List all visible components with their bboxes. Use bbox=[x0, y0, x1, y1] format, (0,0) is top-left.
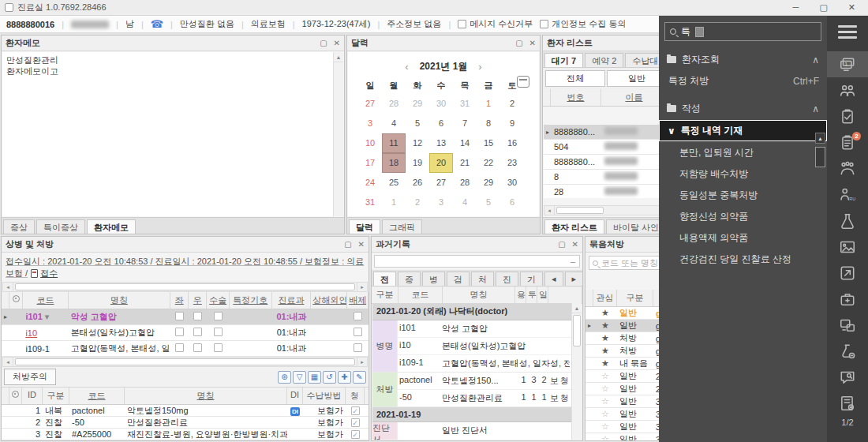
calendar-day[interactable]: 17 bbox=[358, 153, 382, 173]
minimize-button[interactable]: ─ bbox=[793, 2, 799, 13]
favorite-star-icon[interactable]: ★ bbox=[593, 357, 617, 370]
checkbox[interactable] bbox=[193, 312, 202, 320]
close-button[interactable]: ✕ bbox=[848, 2, 855, 13]
flask-tag-icon[interactable] bbox=[827, 338, 868, 364]
favorite-star-icon[interactable]: ★ bbox=[593, 306, 617, 320]
rx-row[interactable]: ▸4수납없음 bbox=[2, 440, 369, 441]
history-tab-2[interactable]: 병명 bbox=[422, 272, 445, 286]
rx-col-header[interactable]: 구분 bbox=[43, 388, 69, 404]
sidebar-section-patient-lookup[interactable]: 환자조회 ∧ bbox=[659, 49, 827, 70]
calendar-close-icon[interactable]: ✕ bbox=[529, 39, 536, 47]
favorite-star-icon[interactable]: ☆ bbox=[593, 407, 617, 421]
history-filter-combobox[interactable]: – bbox=[374, 255, 580, 268]
history-col-header[interactable]: 코드 bbox=[398, 287, 443, 303]
calendar-day[interactable]: 3 bbox=[429, 193, 453, 212]
calendar-tab-0[interactable]: 달력 bbox=[349, 219, 380, 234]
history-row[interactable]: i109-1고혈압(동맥성, 본태성, 일자성, 전신) bbox=[398, 355, 571, 372]
calendar-day[interactable]: 21 bbox=[453, 153, 477, 173]
dx-check-cell[interactable] bbox=[170, 310, 189, 324]
checkbox[interactable] bbox=[351, 418, 360, 427]
dx-col-header[interactable]: 좌 bbox=[170, 292, 189, 309]
rx-col-header[interactable]: DI bbox=[287, 388, 303, 404]
share-icon[interactable]: ⊛ bbox=[278, 371, 291, 384]
dx-row[interactable]: i10본태성(일차성)고혈압01:내과 bbox=[2, 325, 369, 341]
rx-claim-cell[interactable] bbox=[346, 416, 365, 429]
calendar-day[interactable]: 24 bbox=[358, 173, 382, 193]
history-date-header[interactable]: 2021-01-20 (외래) 나닥터(doctor) bbox=[372, 303, 571, 320]
calendar-day[interactable]: 12 bbox=[406, 133, 429, 153]
dx-check-cell[interactable] bbox=[207, 342, 230, 355]
dx-col-header[interactable]: 우 bbox=[189, 292, 207, 309]
sidebar-item-2[interactable]: 동일성분 중복처방 bbox=[659, 185, 827, 206]
checkbox[interactable] bbox=[193, 343, 202, 352]
memo-tab-2[interactable]: 환자메모 bbox=[87, 219, 136, 234]
scroll-up-icon[interactable]: ▲ bbox=[815, 133, 825, 144]
checkbox[interactable] bbox=[351, 441, 360, 442]
history-row[interactable]: i10본태성(일차성)고혈압 bbox=[398, 338, 571, 355]
rx-col-header[interactable]: 코드 bbox=[69, 388, 125, 404]
patient-list-tab-0[interactable]: 대기 7 bbox=[544, 53, 583, 67]
dx-check-cell[interactable] bbox=[170, 326, 189, 339]
calendar-day[interactable]: 3 bbox=[358, 114, 382, 133]
calendar-day[interactable]: 28 bbox=[382, 94, 406, 114]
collapse-chevron-icon[interactable]: ∧ bbox=[812, 103, 819, 114]
calendar-day[interactable]: 27 bbox=[358, 94, 382, 114]
favorite-star-icon[interactable]: ★ bbox=[593, 319, 617, 332]
calendar-day[interactable]: 30 bbox=[500, 173, 524, 193]
dx-check-cell[interactable] bbox=[189, 342, 207, 355]
calendar-day[interactable]: 18 bbox=[382, 153, 406, 173]
checkbox[interactable] bbox=[175, 312, 184, 320]
dx-check-cell[interactable] bbox=[207, 326, 230, 339]
dx-hscroll-top[interactable]: ◂▸ bbox=[2, 282, 368, 292]
pen-icon[interactable]: ✎ bbox=[353, 371, 366, 384]
favorite-star-icon[interactable]: ☆ bbox=[593, 369, 617, 383]
flask-icon[interactable] bbox=[827, 208, 868, 234]
gear-icon[interactable] bbox=[9, 292, 23, 309]
favorite-star-icon[interactable]: ★ bbox=[593, 344, 617, 358]
sidebar-item-special-detail[interactable]: ∨ 특정 내역 기재 bbox=[659, 120, 827, 141]
calendar-day[interactable]: 1 bbox=[477, 94, 500, 114]
rx-claim-cell[interactable] bbox=[346, 440, 365, 442]
history-col-header[interactable]: 일 bbox=[537, 287, 548, 303]
history-tab-0[interactable]: 전체기록 bbox=[373, 272, 396, 286]
phone-icon[interactable]: ☎ bbox=[151, 18, 163, 30]
checkbox[interactable] bbox=[214, 343, 223, 352]
dropdown-arrow-icon[interactable]: ▾ bbox=[43, 312, 50, 321]
patient-list-bottom-tab-1[interactable]: 바이탈 사인 bbox=[606, 219, 666, 234]
checkbox[interactable] bbox=[351, 430, 360, 439]
calendar-day[interactable]: 28 bbox=[453, 173, 477, 193]
history-tab-4[interactable]: 처방 bbox=[471, 272, 494, 286]
doc-settings-icon[interactable] bbox=[827, 390, 868, 416]
devices-icon[interactable] bbox=[827, 312, 868, 338]
dx-row[interactable]: ▸i101 ▾악성 고혈압01:내과 bbox=[2, 309, 369, 325]
history-tab-6[interactable]: 기록지 bbox=[520, 272, 543, 286]
patient-col-header[interactable]: 번호 bbox=[551, 89, 601, 106]
calendar-day[interactable]: 25 bbox=[382, 173, 406, 193]
history-tabs-prev[interactable]: ◂ bbox=[544, 272, 563, 286]
calendar-day[interactable]: 5 bbox=[477, 193, 500, 212]
clipboard-alert-icon[interactable]: 2 bbox=[827, 129, 868, 155]
memo-close-icon[interactable]: ✕ bbox=[334, 39, 340, 47]
dx-row[interactable]: i109-1고혈압(동맥성, 본태성, 일...01:내과 bbox=[2, 341, 369, 357]
bundle-col-header[interactable]: 관심 bbox=[593, 290, 617, 306]
prev-month-button[interactable]: ‹ bbox=[405, 61, 408, 73]
sessions-icon[interactable]: 1 bbox=[827, 51, 868, 77]
patient-col-header[interactable]: 이름 bbox=[601, 89, 668, 106]
calendar-day[interactable]: 4 bbox=[453, 193, 477, 212]
privacy-consent-checkbox[interactable]: 개인정보 수집 동의 bbox=[540, 18, 626, 30]
dx-check-cell[interactable] bbox=[189, 310, 207, 324]
favorite-star-icon[interactable]: ☆ bbox=[593, 433, 617, 441]
favorite-star-icon[interactable]: ☆ bbox=[593, 395, 617, 408]
history-row[interactable]: pactonel악토넬정150...132보청 bbox=[398, 373, 571, 390]
history-col-header[interactable]: 구분 bbox=[372, 287, 398, 303]
gear-icon[interactable] bbox=[9, 388, 22, 404]
calendar-day[interactable]: 13 bbox=[429, 133, 453, 153]
sidebar-scrollbar[interactable]: ▲ bbox=[815, 133, 825, 439]
sidebar-search-input[interactable]: 특 bbox=[664, 22, 821, 41]
dx-exclude-cell[interactable] bbox=[347, 310, 369, 324]
undo-icon[interactable]: ↺ bbox=[323, 371, 336, 384]
calendar-day[interactable]: 31 bbox=[453, 94, 477, 114]
calendar-day[interactable]: 1 bbox=[382, 193, 406, 212]
calendar-day[interactable]: 5 bbox=[406, 114, 429, 133]
history-scrollbar[interactable]: ▲ bbox=[571, 303, 582, 440]
